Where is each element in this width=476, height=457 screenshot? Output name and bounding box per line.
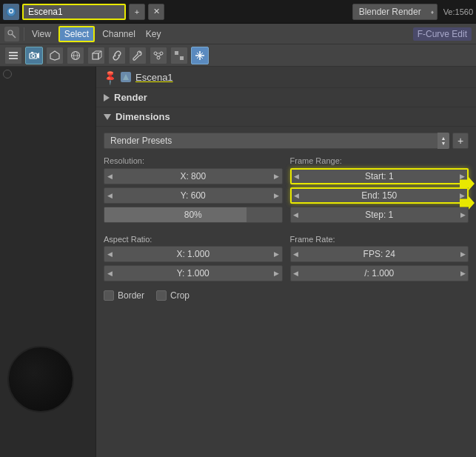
crop-checkbox[interactable]	[156, 290, 167, 301]
toolbar2: View Select Channel Key F-Curve Edit	[0, 24, 476, 44]
resolution-x-dec[interactable]: ◀	[104, 169, 115, 184]
left-sidebar	[0, 67, 96, 457]
properties-panel: 📌 Escena1 Render Dimensions R	[96, 67, 476, 457]
presets-arrows[interactable]: ▲ ▼	[438, 133, 449, 149]
aspect-ratio-label: Aspect Ratio:	[104, 235, 283, 244]
resolution-x-inc[interactable]: ▶	[272, 169, 282, 184]
frame-rate-col: Frame Rate: ◀ FPS: 24 ▶ ◀ /: 1.000 ▶	[290, 230, 469, 284]
aspect-x-row: ◀ X: 1.000 ▶	[104, 246, 283, 262]
add-scene-button[interactable]: +	[129, 4, 145, 20]
resolution-y-inc[interactable]: ▶	[272, 188, 282, 203]
toolbar-icon-link[interactable]	[108, 47, 126, 64]
frame-step-inc[interactable]: ▶	[457, 207, 468, 222]
top-bar: + ✕ Blender Render ⬧ Ve:1560	[0, 0, 476, 24]
dimensions-section-header[interactable]: Dimensions	[96, 107, 476, 127]
frame-step-dec[interactable]: ◀	[291, 207, 301, 222]
render-presets-row: Render Presets ▲ ▼ +	[104, 133, 469, 149]
render-presets-wrap: Render Presets ▲ ▼	[104, 133, 449, 149]
sidebar-add-btn[interactable]	[3, 70, 12, 79]
aspect-x-dec[interactable]: ◀	[104, 247, 115, 261]
frame-range-col: Frame Range: ◀ Start: 1 ▶ ◀ End: 150 ▶ ◀…	[290, 156, 469, 226]
resolution-x-value: X: 800	[115, 171, 272, 181]
fps-dec[interactable]: ◀	[291, 247, 301, 261]
view-menu[interactable]: View	[29, 27, 54, 41]
toolbar2-icon1[interactable]	[4, 27, 19, 41]
frame-range-label: Frame Range:	[290, 156, 469, 165]
render-section-toggle[interactable]	[104, 94, 110, 101]
fcurve-editor[interactable]: F-Curve Edit	[413, 27, 472, 41]
render-section-header[interactable]: Render	[96, 88, 476, 107]
scene-name-input[interactable]	[22, 4, 126, 20]
svg-point-19	[154, 52, 157, 55]
dimensions-section-toggle[interactable]	[104, 114, 111, 120]
frame-rate-label: Frame Rate:	[290, 235, 469, 244]
toolbar-icon-nodes[interactable]	[150, 47, 167, 64]
crop-checkbox-item[interactable]: Crop	[156, 290, 190, 301]
border-checkbox-item[interactable]: Border	[104, 290, 144, 301]
toolbar-icon-layers[interactable]	[4, 47, 22, 64]
frame-range-end-row: ◀ End: 150 ▶	[290, 187, 469, 204]
resolution-col: Resolution: ◀ X: 800 ▶ ◀ Y: 600 ▶ 80%	[104, 156, 283, 226]
close-scene-button[interactable]: ✕	[148, 4, 164, 20]
resolution-percent-value: 80%	[104, 210, 282, 220]
frame-start-dec[interactable]: ◀	[292, 170, 302, 183]
frame-start-value: Start: 1	[302, 171, 457, 181]
svg-rect-26	[180, 51, 184, 55]
scene-header: 📌 Escena1	[96, 67, 476, 88]
aspect-y-inc[interactable]: ▶	[272, 266, 282, 281]
aspect-y-dec[interactable]: ◀	[104, 266, 115, 281]
svg-rect-27	[175, 56, 178, 60]
render-presets-display[interactable]: Render Presets	[104, 133, 449, 149]
toolbar-icon-globe[interactable]	[67, 47, 84, 64]
svg-rect-10	[31, 52, 33, 53]
scene-icon	[121, 72, 131, 82]
frame-range-start-row: ◀ Start: 1 ▶	[290, 168, 469, 184]
render-presets-add-button[interactable]: +	[452, 133, 469, 149]
svg-point-0	[7, 7, 16, 16]
toolbar-icon-cube[interactable]	[87, 47, 105, 64]
toolbar-icon-sparkle[interactable]	[191, 47, 209, 64]
aspect-x-inc[interactable]: ▶	[272, 247, 282, 261]
channel-menu[interactable]: Channel	[99, 27, 138, 41]
frame-end-dec[interactable]: ◀	[292, 189, 302, 202]
highlight-arrow-1	[460, 177, 475, 190]
svg-point-8	[32, 54, 35, 57]
toolbar-icon-camera[interactable]	[25, 47, 43, 64]
frame-step-value: Step: 1	[301, 210, 458, 220]
resolution-y-dec[interactable]: ◀	[104, 188, 115, 203]
toolbar-icon-texture[interactable]	[170, 47, 188, 64]
resolution-percent-row[interactable]: 80%	[104, 207, 283, 223]
render-engine-select[interactable]: Blender Render	[352, 4, 438, 20]
select-menu[interactable]: Select	[58, 26, 95, 42]
svg-rect-15	[93, 53, 98, 59]
fps-inc[interactable]: ▶	[457, 247, 468, 261]
fps-base-row: ◀ /: 1.000 ▶	[290, 265, 469, 281]
fps-value: FPS: 24	[301, 249, 458, 259]
dimensions-section-label: Dimensions	[115, 111, 170, 122]
svg-point-21	[157, 56, 160, 59]
key-menu[interactable]: Key	[143, 27, 164, 41]
scene-title: Escena1	[135, 72, 173, 83]
svg-rect-28	[180, 56, 184, 60]
aspect-framerate-grid: Aspect Ratio: ◀ X: 1.000 ▶ ◀ Y: 1.000 ▶ …	[104, 230, 469, 284]
resolution-framerange-grid: Resolution: ◀ X: 800 ▶ ◀ Y: 600 ▶ 80%	[104, 156, 469, 226]
toolbar-icon-wrench[interactable]	[129, 47, 147, 64]
svg-marker-11	[50, 51, 59, 60]
aspect-ratio-col: Aspect Ratio: ◀ X: 1.000 ▶ ◀ Y: 1.000 ▶	[104, 230, 283, 284]
svg-line-3	[13, 34, 16, 38]
border-crop-row: Border Crop	[104, 290, 469, 301]
crop-label: Crop	[170, 290, 190, 301]
aspect-y-value: Y: 1.000	[115, 268, 272, 278]
fps-base-dec[interactable]: ◀	[291, 266, 301, 281]
resolution-label: Resolution:	[104, 156, 283, 165]
svg-rect-25	[175, 51, 178, 55]
render-engine-wrap: Blender Render ⬧	[352, 4, 438, 20]
blender-icon	[3, 4, 19, 20]
svg-line-24	[158, 55, 161, 56]
toolbar-icon-mesh[interactable]	[46, 47, 64, 64]
fps-base-inc[interactable]: ▶	[457, 266, 468, 281]
svg-rect-6	[9, 58, 18, 59]
svg-line-23	[155, 55, 158, 56]
border-checkbox[interactable]	[104, 290, 114, 301]
resolution-x-row: ◀ X: 800 ▶	[104, 168, 283, 184]
